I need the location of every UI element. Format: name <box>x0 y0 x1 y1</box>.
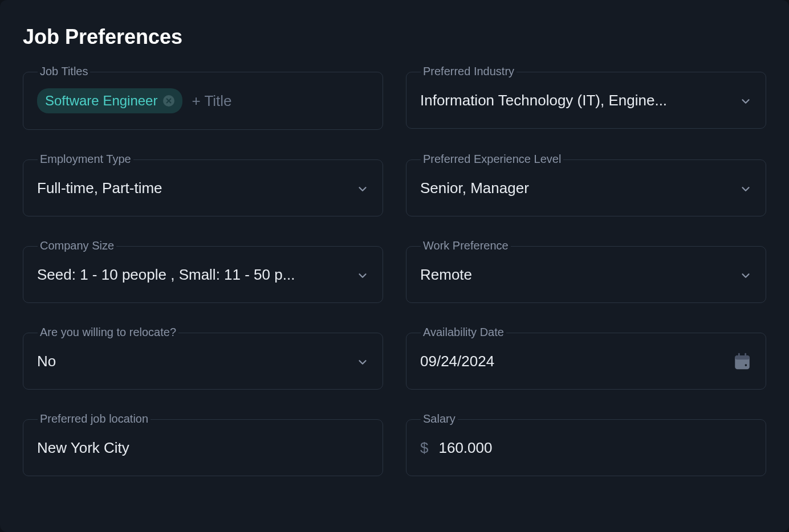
experience-level-field: Preferred Experience Level Senior, Manag… <box>406 159 766 216</box>
svg-rect-1 <box>735 355 750 359</box>
work-preference-select[interactable]: Remote <box>406 246 766 303</box>
availability-date-field: Availability Date 09/24/2024 <box>406 333 766 390</box>
field-label: Salary <box>421 412 458 425</box>
job-preferences-panel: Job Preferences Job Titles Software Engi… <box>0 0 789 532</box>
field-label: Preferred Industry <box>421 65 516 78</box>
field-label: Employment Type <box>38 153 133 166</box>
tag-label: Software Engineer <box>45 93 157 109</box>
relocate-field: Are you willing to relocate? No <box>23 333 383 390</box>
form-grid: Job Titles Software Engineer + Title <box>23 72 766 476</box>
work-preference-field: Work Preference Remote <box>406 246 766 303</box>
select-value: Information Technology (IT), Engine... <box>420 92 730 109</box>
company-size-select[interactable]: Seed: 1 - 10 people , Small: 11 - 50 p..… <box>23 246 383 303</box>
job-title-tag[interactable]: Software Engineer <box>37 88 182 113</box>
job-location-field: Preferred job location New York City <box>23 419 383 476</box>
input-row: $ 160.000 <box>420 439 752 457</box>
experience-level-select[interactable]: Senior, Manager <box>406 159 766 216</box>
salary-input[interactable]: $ 160.000 <box>406 419 766 476</box>
tag-remove-button[interactable] <box>163 95 174 107</box>
availability-date-input[interactable]: 09/24/2024 <box>406 333 766 390</box>
chevron-down-icon <box>739 94 752 107</box>
chevron-down-icon <box>739 268 752 281</box>
currency-prefix: $ <box>420 439 428 457</box>
svg-rect-3 <box>745 353 746 357</box>
field-label: Availability Date <box>421 326 506 339</box>
svg-point-4 <box>745 364 747 366</box>
field-label: Work Preference <box>421 239 511 252</box>
preferred-industry-select[interactable]: Information Technology (IT), Engine... <box>406 72 766 129</box>
select-value: Remote <box>420 266 730 284</box>
employment-type-field: Employment Type Full-time, Part-time <box>23 159 383 216</box>
page-title: Job Preferences <box>23 25 766 49</box>
tags-container: Software Engineer + Title <box>37 88 232 113</box>
field-label: Preferred job location <box>38 412 151 425</box>
input-value: 160.000 <box>438 439 492 457</box>
job-titles-input[interactable]: Software Engineer + Title <box>23 72 383 130</box>
chevron-down-icon <box>356 355 369 367</box>
employment-type-select[interactable]: Full-time, Part-time <box>23 159 383 216</box>
relocate-select[interactable]: No <box>23 333 383 390</box>
job-location-input[interactable]: New York City <box>23 419 383 476</box>
field-label: Job Titles <box>38 65 90 78</box>
field-label: Preferred Experience Level <box>421 153 563 166</box>
input-value: New York City <box>37 439 129 457</box>
field-label: Company Size <box>38 239 116 252</box>
field-label: Are you willing to relocate? <box>38 326 178 339</box>
select-value: No <box>37 353 347 370</box>
close-icon <box>166 98 172 104</box>
chevron-down-icon <box>356 182 369 194</box>
svg-rect-2 <box>738 353 740 357</box>
calendar-icon[interactable] <box>733 351 752 371</box>
preferred-industry-field: Preferred Industry Information Technolog… <box>406 72 766 130</box>
date-value: 09/24/2024 <box>420 353 723 370</box>
chevron-down-icon <box>356 268 369 281</box>
salary-field: Salary $ 160.000 <box>406 419 766 476</box>
job-title-placeholder[interactable]: + Title <box>192 92 231 110</box>
job-titles-field: Job Titles Software Engineer + Title <box>23 72 383 130</box>
select-value: Seed: 1 - 10 people , Small: 11 - 50 p..… <box>37 266 347 284</box>
chevron-down-icon <box>739 182 752 194</box>
select-value: Full-time, Part-time <box>37 179 347 197</box>
select-value: Senior, Manager <box>420 179 730 197</box>
company-size-field: Company Size Seed: 1 - 10 people , Small… <box>23 246 383 303</box>
